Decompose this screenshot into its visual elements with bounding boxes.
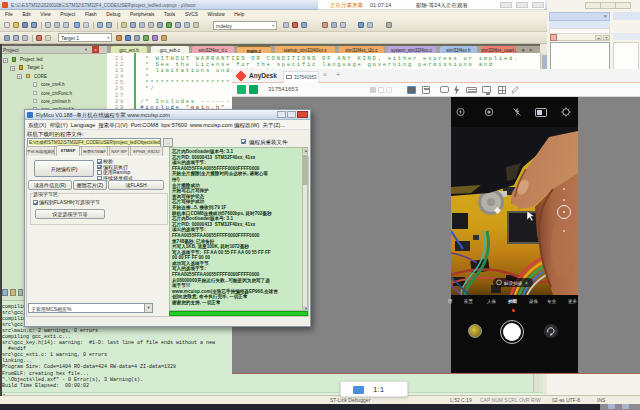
svg-text:×: × bbox=[525, 280, 528, 286]
svg-text:触设拍摄: 触设拍摄 bbox=[504, 280, 523, 286]
